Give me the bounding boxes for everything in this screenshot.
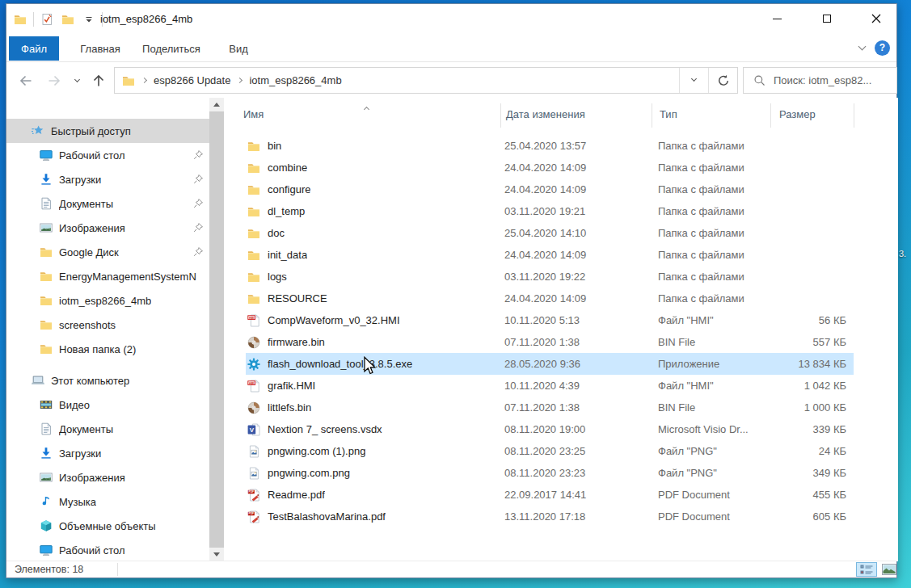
column-header-date-modified[interactable]: Дата изменения [506, 108, 585, 120]
file-row[interactable]: combine24.04.2020 14:09Папка с файлами [246, 157, 854, 178]
sidebar-item[interactable]: Загрузки [6, 441, 209, 465]
file-row[interactable]: littlefs.bin07.11.2020 1:38BIN File1 000… [246, 397, 854, 418]
help-button[interactable]: ? [875, 40, 890, 56]
sidebar-item[interactable]: Изображения [6, 216, 209, 240]
sidebar-item[interactable]: Документы [6, 191, 209, 216]
pin-icon [192, 222, 204, 233]
desktop-icon [40, 149, 53, 162]
sort-ascending-icon [364, 107, 369, 112]
file-row[interactable]: doc25.04.2020 14:10Папка с файлами [246, 222, 854, 244]
breadcrumb-segment[interactable]: iotm_esp8266_4mb [249, 74, 341, 86]
sidebar-item-label: Изображения [59, 222, 125, 234]
refresh-icon [717, 74, 730, 87]
search-placeholder-text: Поиск: iotm_esp82... [774, 74, 871, 86]
column-separator[interactable] [652, 103, 652, 128]
file-row[interactable]: RESOURCE24.04.2020 14:09Папка с файлами [246, 288, 854, 309]
sidebar-item[interactable]: Видео [6, 393, 209, 417]
sidebar-item-label: Музыка [59, 496, 96, 508]
sidebar-scrollbar[interactable] [209, 98, 224, 561]
column-separator[interactable] [854, 103, 854, 128]
close-icon [871, 14, 881, 23]
address-bar[interactable]: esp8266 Updateiotm_esp8266_4mb [114, 67, 738, 94]
file-row[interactable]: configure24.04.2020 14:09Папка с файлами [246, 178, 854, 200]
maximize-button[interactable] [808, 4, 846, 33]
tab-file[interactable]: Файл [9, 36, 59, 61]
address-dropdown-button[interactable] [679, 68, 708, 93]
sidebar-item[interactable]: Быстрый доступ [6, 119, 209, 143]
file-type: Файл "HMI" [658, 380, 781, 392]
file-rows: bin25.04.2020 13:57Папка с файламиcombin… [246, 135, 854, 527]
search-input[interactable]: Поиск: iotm_esp82... [743, 67, 897, 94]
column-header-size[interactable]: Размер [779, 108, 816, 120]
downloads-icon [40, 447, 53, 460]
file-row[interactable]: PDFTestBalashovaMarina.pdf13.11.2020 17:… [246, 506, 854, 527]
sidebar-item-label: Изображения [59, 472, 125, 484]
sidebar-item[interactable]: Музыка [6, 489, 209, 514]
column-separator[interactable] [770, 103, 771, 128]
sidebar-item[interactable]: EnergyManagementSystemN [6, 264, 209, 288]
file-row[interactable]: PDFReadme.pdf22.09.2017 14:41PDF Documen… [246, 484, 854, 506]
sidebar-item[interactable]: iotm_esp8266_4mb [6, 288, 209, 313]
file-name: flash_download_tool_3.8.5.exe [268, 358, 412, 370]
forward-button[interactable] [44, 70, 65, 91]
back-button[interactable] [15, 70, 36, 91]
file-name: init_data [268, 249, 307, 261]
sidebar-item[interactable]: Рабочий стол [6, 143, 209, 167]
file-row[interactable]: dl_temp03.11.2020 19:21Папка с файлами [246, 200, 854, 222]
tab-view[interactable]: Вид [217, 36, 260, 61]
breadcrumb-segment[interactable]: esp8266 Update [154, 74, 230, 86]
file-type: Папка с файлами [658, 227, 781, 239]
system-menu-button[interactable] [12, 10, 28, 28]
thumbnail-view-button[interactable] [880, 562, 897, 577]
up-arrow-icon [91, 73, 107, 89]
file-row[interactable]: flash_download_tool_3.8.5.exe28.05.2020 … [246, 353, 854, 375]
sidebar-item[interactable]: Документы [6, 417, 209, 441]
file-row[interactable]: VNextion 7_ screens.vsdx08.11.2020 19:00… [246, 418, 854, 440]
sidebar-item[interactable]: Google Диск [6, 240, 209, 264]
ribbon-collapse-icon[interactable] [858, 42, 867, 50]
refresh-button[interactable] [708, 68, 737, 93]
chevron-down-icon [74, 76, 79, 82]
sidebar-item[interactable]: Новая папка (2) [6, 337, 209, 361]
sidebar-item[interactable]: screenshots [6, 313, 209, 337]
sidebar-item[interactable]: Загрузки [6, 167, 209, 191]
file-name: pngwing.com.png [268, 467, 350, 479]
new-folder-button[interactable] [60, 10, 76, 28]
pin-icon [192, 149, 204, 161]
close-button[interactable] [857, 4, 895, 33]
scroll-down-button[interactable] [209, 548, 224, 561]
sidebar-item[interactable]: Рабочий стол [6, 538, 209, 561]
tab-home[interactable]: Главная [70, 36, 131, 61]
file-name-cell: PDFTestBalashovaMarina.pdf [247, 510, 504, 523]
column-header-type[interactable]: Тип [660, 108, 677, 120]
file-row[interactable]: logs03.11.2020 19:22Папка с файлами [246, 266, 854, 288]
tab-share[interactable]: Поделиться [137, 36, 206, 61]
triangle-up-icon [213, 103, 220, 107]
scrollbar-thumb[interactable] [209, 111, 224, 548]
file-name-cell: combine [247, 162, 504, 174]
breadcrumb: esp8266 Updateiotm_esp8266_4mb [115, 74, 679, 87]
file-name: littlefs.bin [268, 401, 311, 414]
properties-button[interactable] [39, 10, 55, 28]
file-row[interactable]: HMICompWaveform_v0_32.HMI10.11.2020 5:13… [246, 309, 854, 331]
file-row[interactable]: pngwing.com.png08.11.2020 23:23Файл "PNG… [246, 462, 854, 484]
file-type: Папка с файлами [658, 249, 781, 261]
file-date-modified: 13.11.2020 17:18 [504, 510, 658, 523]
customize-toolbar-button[interactable] [81, 10, 97, 28]
scroll-up-button[interactable] [209, 98, 224, 111]
file-row[interactable]: init_data24.04.2020 14:09Папка с файлами [246, 244, 854, 266]
file-row[interactable]: pngwing.com (1).png08.11.2020 23:25Файл … [246, 440, 854, 462]
file-row[interactable]: firmware.bin07.11.2020 1:38BIN File557 К… [246, 331, 854, 353]
sidebar-item[interactable]: Изображения [6, 465, 209, 489]
minimize-button[interactable] [758, 4, 796, 33]
file-row[interactable]: bin25.04.2020 13:57Папка с файлами [246, 135, 854, 157]
file-row[interactable]: HMIgrafik.HMI10.11.2020 4:39Файл "HMI"1 … [246, 375, 854, 397]
details-view-button[interactable] [856, 562, 877, 577]
sidebar-item[interactable]: Объемные объекты [6, 514, 209, 538]
column-separator[interactable] [500, 103, 501, 128]
column-header-name[interactable]: Имя [243, 108, 264, 120]
recent-locations-button[interactable] [70, 70, 84, 91]
file-name-cell: PDFReadme.pdf [247, 489, 504, 502]
sidebar-item[interactable]: Этот компьютер [6, 368, 209, 393]
up-button[interactable] [88, 70, 109, 91]
